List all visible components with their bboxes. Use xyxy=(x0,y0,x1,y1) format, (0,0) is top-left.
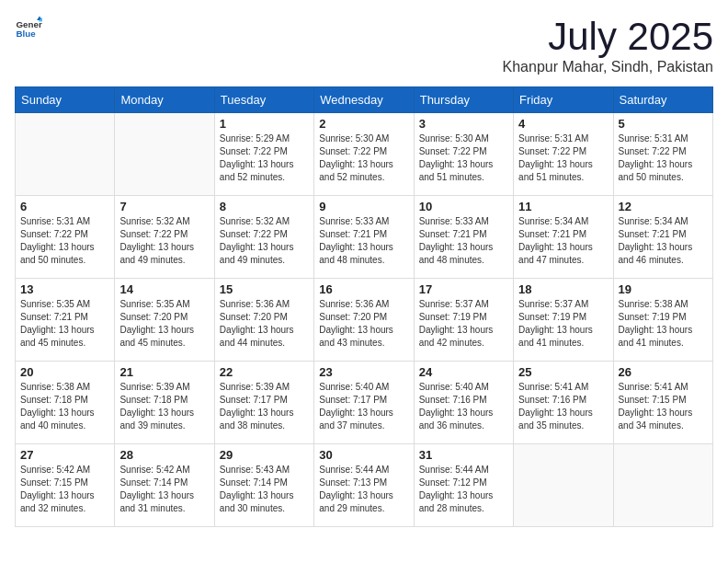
day-number: 5 xyxy=(619,117,708,131)
day-info: Sunrise: 5:40 AM Sunset: 7:16 PM Dayligh… xyxy=(419,381,508,432)
calendar-cell: 31Sunrise: 5:44 AM Sunset: 7:12 PM Dayli… xyxy=(414,444,513,527)
week-row-2: 6Sunrise: 5:31 AM Sunset: 7:22 PM Daylig… xyxy=(16,196,713,279)
day-number: 21 xyxy=(119,365,209,379)
calendar-cell: 19Sunrise: 5:38 AM Sunset: 7:19 PM Dayli… xyxy=(613,279,712,362)
calendar: SundayMondayTuesdayWednesdayThursdayFrid… xyxy=(15,86,713,527)
calendar-cell: 17Sunrise: 5:37 AM Sunset: 7:19 PM Dayli… xyxy=(414,279,513,362)
day-info: Sunrise: 5:37 AM Sunset: 7:19 PM Dayligh… xyxy=(518,298,608,350)
calendar-cell: 8Sunrise: 5:32 AM Sunset: 7:22 PM Daylig… xyxy=(214,196,313,279)
day-info: Sunrise: 5:30 AM Sunset: 7:22 PM Dayligh… xyxy=(419,132,508,184)
day-number: 23 xyxy=(319,365,408,379)
day-number: 12 xyxy=(619,200,708,213)
calendar-cell: 20Sunrise: 5:38 AM Sunset: 7:18 PM Dayli… xyxy=(16,362,115,444)
weekday-header-friday: Friday xyxy=(514,87,613,113)
day-number: 15 xyxy=(220,282,309,296)
calendar-cell xyxy=(514,444,613,527)
calendar-cell: 23Sunrise: 5:40 AM Sunset: 7:17 PM Dayli… xyxy=(314,362,414,444)
day-number: 11 xyxy=(518,200,608,213)
calendar-cell: 25Sunrise: 5:41 AM Sunset: 7:16 PM Dayli… xyxy=(514,362,613,444)
day-info: Sunrise: 5:32 AM Sunset: 7:22 PM Dayligh… xyxy=(119,215,209,267)
weekday-header-sunday: Sunday xyxy=(16,87,115,113)
calendar-cell: 16Sunrise: 5:36 AM Sunset: 7:20 PM Dayli… xyxy=(314,279,414,362)
calendar-cell: 10Sunrise: 5:33 AM Sunset: 7:21 PM Dayli… xyxy=(414,196,513,279)
location-title: Khanpur Mahar, Sindh, Pakistan xyxy=(503,59,713,75)
calendar-cell: 4Sunrise: 5:31 AM Sunset: 7:22 PM Daylig… xyxy=(514,113,613,196)
week-row-5: 27Sunrise: 5:42 AM Sunset: 7:15 PM Dayli… xyxy=(16,444,713,527)
day-number: 30 xyxy=(319,448,408,462)
day-number: 18 xyxy=(518,282,608,296)
day-info: Sunrise: 5:32 AM Sunset: 7:22 PM Dayligh… xyxy=(220,215,309,267)
day-number: 4 xyxy=(518,117,608,131)
calendar-cell: 21Sunrise: 5:39 AM Sunset: 7:18 PM Dayli… xyxy=(115,362,214,444)
week-row-4: 20Sunrise: 5:38 AM Sunset: 7:18 PM Dayli… xyxy=(16,362,713,444)
day-info: Sunrise: 5:36 AM Sunset: 7:20 PM Dayligh… xyxy=(220,298,309,350)
day-number: 22 xyxy=(220,365,309,379)
calendar-cell: 11Sunrise: 5:34 AM Sunset: 7:21 PM Dayli… xyxy=(514,196,613,279)
day-info: Sunrise: 5:40 AM Sunset: 7:17 PM Dayligh… xyxy=(319,381,408,432)
calendar-cell: 6Sunrise: 5:31 AM Sunset: 7:22 PM Daylig… xyxy=(16,196,115,279)
weekday-header-wednesday: Wednesday xyxy=(314,87,414,113)
calendar-cell: 1Sunrise: 5:29 AM Sunset: 7:22 PM Daylig… xyxy=(214,113,313,196)
calendar-cell: 27Sunrise: 5:42 AM Sunset: 7:15 PM Dayli… xyxy=(16,444,115,527)
day-number: 24 xyxy=(419,365,508,379)
day-number: 3 xyxy=(419,117,508,131)
day-info: Sunrise: 5:44 AM Sunset: 7:13 PM Dayligh… xyxy=(319,464,408,515)
day-number: 8 xyxy=(220,200,309,213)
weekday-header-monday: Monday xyxy=(115,87,214,113)
day-number: 25 xyxy=(518,365,608,379)
calendar-cell: 9Sunrise: 5:33 AM Sunset: 7:21 PM Daylig… xyxy=(314,196,414,279)
day-info: Sunrise: 5:29 AM Sunset: 7:22 PM Dayligh… xyxy=(220,132,309,184)
day-info: Sunrise: 5:35 AM Sunset: 7:21 PM Dayligh… xyxy=(20,298,109,350)
day-info: Sunrise: 5:42 AM Sunset: 7:15 PM Dayligh… xyxy=(20,464,109,515)
svg-text:General: General xyxy=(17,19,43,29)
header: General Blue July 2025 Khanpur Mahar, Si… xyxy=(15,15,713,75)
day-info: Sunrise: 5:43 AM Sunset: 7:14 PM Dayligh… xyxy=(220,464,309,515)
day-number: 16 xyxy=(319,282,408,296)
calendar-cell xyxy=(115,113,214,196)
day-info: Sunrise: 5:39 AM Sunset: 7:18 PM Dayligh… xyxy=(119,381,209,432)
day-info: Sunrise: 5:38 AM Sunset: 7:18 PM Dayligh… xyxy=(20,381,109,432)
day-number: 29 xyxy=(220,448,309,462)
day-number: 19 xyxy=(619,282,708,296)
weekday-header-tuesday: Tuesday xyxy=(214,87,313,113)
day-info: Sunrise: 5:42 AM Sunset: 7:14 PM Dayligh… xyxy=(119,464,209,515)
calendar-cell: 22Sunrise: 5:39 AM Sunset: 7:17 PM Dayli… xyxy=(214,362,313,444)
weekday-header-row: SundayMondayTuesdayWednesdayThursdayFrid… xyxy=(16,87,713,113)
day-info: Sunrise: 5:35 AM Sunset: 7:20 PM Dayligh… xyxy=(119,298,209,350)
day-info: Sunrise: 5:34 AM Sunset: 7:21 PM Dayligh… xyxy=(619,215,708,267)
calendar-cell: 2Sunrise: 5:30 AM Sunset: 7:22 PM Daylig… xyxy=(314,113,414,196)
day-info: Sunrise: 5:41 AM Sunset: 7:15 PM Dayligh… xyxy=(619,381,708,432)
day-number: 9 xyxy=(319,200,408,213)
day-info: Sunrise: 5:39 AM Sunset: 7:17 PM Dayligh… xyxy=(220,381,309,432)
day-number: 20 xyxy=(20,365,109,379)
calendar-cell: 26Sunrise: 5:41 AM Sunset: 7:15 PM Dayli… xyxy=(613,362,712,444)
day-info: Sunrise: 5:31 AM Sunset: 7:22 PM Dayligh… xyxy=(518,132,608,184)
day-number: 2 xyxy=(319,117,408,131)
day-info: Sunrise: 5:31 AM Sunset: 7:22 PM Dayligh… xyxy=(20,215,109,267)
day-number: 17 xyxy=(419,282,508,296)
calendar-cell: 7Sunrise: 5:32 AM Sunset: 7:22 PM Daylig… xyxy=(115,196,214,279)
day-info: Sunrise: 5:34 AM Sunset: 7:21 PM Dayligh… xyxy=(518,215,608,267)
day-number: 7 xyxy=(119,200,209,213)
calendar-cell: 15Sunrise: 5:36 AM Sunset: 7:20 PM Dayli… xyxy=(214,279,313,362)
calendar-cell: 13Sunrise: 5:35 AM Sunset: 7:21 PM Dayli… xyxy=(16,279,115,362)
day-info: Sunrise: 5:33 AM Sunset: 7:21 PM Dayligh… xyxy=(419,215,508,267)
svg-text:Blue: Blue xyxy=(17,29,37,39)
title-area: July 2025 Khanpur Mahar, Sindh, Pakistan xyxy=(503,15,713,75)
logo-icon: General Blue xyxy=(15,15,42,42)
day-number: 6 xyxy=(20,200,109,213)
day-number: 14 xyxy=(119,282,209,296)
calendar-cell: 14Sunrise: 5:35 AM Sunset: 7:20 PM Dayli… xyxy=(115,279,214,362)
weekday-header-thursday: Thursday xyxy=(414,87,513,113)
calendar-cell: 28Sunrise: 5:42 AM Sunset: 7:14 PM Dayli… xyxy=(115,444,214,527)
calendar-cell xyxy=(613,444,712,527)
day-info: Sunrise: 5:37 AM Sunset: 7:19 PM Dayligh… xyxy=(419,298,508,350)
calendar-cell: 24Sunrise: 5:40 AM Sunset: 7:16 PM Dayli… xyxy=(414,362,513,444)
day-number: 31 xyxy=(419,448,508,462)
day-info: Sunrise: 5:31 AM Sunset: 7:22 PM Dayligh… xyxy=(619,132,708,184)
day-number: 10 xyxy=(419,200,508,213)
calendar-cell: 30Sunrise: 5:44 AM Sunset: 7:13 PM Dayli… xyxy=(314,444,414,527)
weekday-header-saturday: Saturday xyxy=(613,87,712,113)
day-number: 26 xyxy=(619,365,708,379)
day-info: Sunrise: 5:44 AM Sunset: 7:12 PM Dayligh… xyxy=(419,464,508,515)
